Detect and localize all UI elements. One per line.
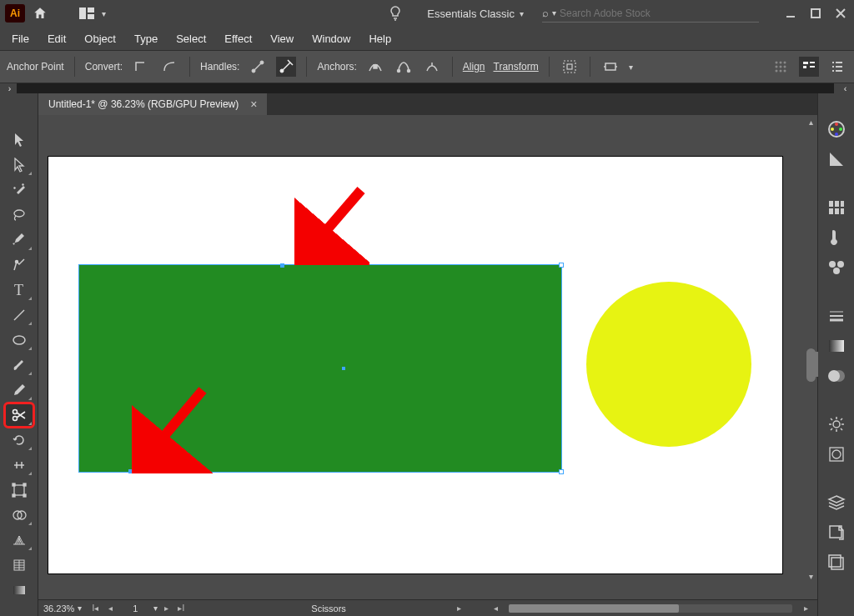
gradient-panel-icon[interactable] [824,335,849,357]
app-badge[interactable]: Ai [5,4,25,23]
list-icon[interactable] [827,57,847,77]
last-artboard-icon[interactable]: ▸I [174,603,188,614]
align-to-icon[interactable] [600,57,620,77]
play-icon[interactable]: ▸ [453,603,466,614]
menu-edit[interactable]: Edit [48,33,66,45]
transform-link[interactable]: Transform [494,61,539,73]
home-icon[interactable] [32,5,48,22]
gradient-tool[interactable] [5,578,33,602]
panel-resize-handle[interactable] [813,352,818,377]
next-artboard-icon[interactable]: ▸ [159,603,173,614]
scroll-up-icon[interactable]: ▴ [805,115,817,128]
menu-view[interactable]: View [270,33,294,45]
prev-artboard-icon[interactable]: ◂ [103,603,117,614]
close-icon[interactable] [832,5,849,22]
zoom-level[interactable]: 36.23% ▾ [43,603,82,613]
first-artboard-icon[interactable]: I◂ [88,603,102,614]
paintbrush-tool[interactable] [5,353,33,377]
scroll-down-icon[interactable]: ▾ [805,569,817,583]
chevron-down-icon[interactable]: ▾ [78,603,82,613]
lightbulb-icon[interactable] [387,5,404,22]
appearance-panel-icon[interactable] [824,413,849,435]
menu-type[interactable]: Type [134,33,158,45]
transparency-panel-icon[interactable] [824,365,849,387]
pencil-tool[interactable] [5,378,33,402]
horizontal-scrollbar[interactable] [509,604,792,613]
lasso-tool[interactable] [5,203,33,227]
line-tool[interactable] [5,303,33,327]
artboard-number[interactable]: 1 [118,603,152,613]
selection-handle[interactable] [559,263,564,268]
handles-show-icon[interactable] [248,57,268,77]
free-transform-tool[interactable] [5,478,33,502]
menu-object[interactable]: Object [84,33,116,45]
color-panel-icon[interactable] [824,118,849,140]
scroll-thumb[interactable] [509,604,679,613]
properties-panel-icon[interactable] [799,57,819,77]
mesh-tool[interactable] [5,553,33,577]
type-tool[interactable]: T [5,278,33,302]
canvas[interactable]: ▴ ▾ [38,115,817,599]
scissors-tool[interactable] [5,403,33,427]
convert-smooth-icon[interactable] [159,57,179,77]
remove-anchor-icon[interactable] [365,57,385,77]
selection-tool[interactable] [5,128,33,152]
chevron-down-icon: ▾ [520,9,524,18]
menu-help[interactable]: Help [369,33,391,45]
shape-builder-tool[interactable] [5,503,33,527]
grid-dots-icon[interactable] [771,57,791,77]
isolate-icon[interactable] [560,57,580,77]
chevron-down-icon[interactable]: ▾ [552,8,556,18]
graphic-styles-panel-icon[interactable] [824,443,849,465]
connect-anchor-icon[interactable] [394,57,414,77]
svg-point-15 [780,62,782,64]
chevron-down-icon[interactable]: ▾ [102,9,106,18]
handles-hide-icon[interactable] [276,57,296,77]
direct-selection-tool[interactable] [5,153,33,177]
stroke-panel-icon[interactable] [824,305,849,327]
arrange-docs-icon[interactable] [78,5,95,22]
align-link[interactable]: Align [463,61,485,73]
chevron-down-icon[interactable]: ▾ [629,63,633,72]
magic-wand-tool[interactable] [5,178,33,202]
swatches-panel-icon[interactable] [824,197,849,218]
color-guide-panel-icon[interactable] [824,148,849,170]
rotate-tool[interactable] [5,428,33,452]
svg-rect-48 [829,201,833,207]
menu-select[interactable]: Select [176,33,206,45]
yellow-circle-shape[interactable] [586,282,751,447]
asset-export-panel-icon[interactable] [824,522,849,543]
symbols-panel-icon[interactable] [824,257,849,278]
svg-rect-33 [13,494,15,497]
search-box[interactable]: ⌕ ▾ [542,4,759,23]
hscroll-right-icon[interactable]: ▸ [799,603,812,614]
document-tab[interactable]: Untitled-1* @ 36.23% (RGB/GPU Preview) × [38,93,267,115]
menu-window[interactable]: Window [312,33,350,45]
title-bar: Ai ▾ Essentials Classic ▾ ⌕ ▾ [0,0,854,27]
chevron-down-icon[interactable]: ▾ [153,603,158,613]
workspace-switcher[interactable]: Essentials Classic ▾ [427,8,524,20]
layers-panel-icon[interactable] [824,492,849,513]
pen-tool[interactable] [5,228,33,252]
menu-effect[interactable]: Effect [224,33,252,45]
maximize-icon[interactable] [807,5,824,22]
menu-file[interactable]: File [12,33,29,45]
anchor-point[interactable] [280,263,284,268]
convert-corner-icon[interactable] [131,57,151,77]
hscroll-left-icon[interactable]: ◂ [489,603,502,614]
vertical-scrollbar[interactable]: ▴ ▾ [805,115,817,583]
expand-right-notch[interactable]: ‹‹ [834,83,854,93]
width-tool[interactable] [5,453,33,477]
curvature-tool[interactable] [5,253,33,277]
expand-left-notch[interactable]: ›› [0,83,17,93]
brushes-panel-icon[interactable] [824,227,849,248]
artboards-panel-icon[interactable] [824,552,849,573]
close-tab-icon[interactable]: × [250,98,257,111]
search-input[interactable] [560,8,759,19]
minimize-icon[interactable] [782,5,799,22]
ellipse-tool[interactable] [5,328,33,352]
cut-path-icon[interactable] [422,57,442,77]
artboard[interactable] [48,157,782,573]
perspective-grid-tool[interactable] [5,528,33,552]
selection-handle[interactable] [559,469,564,474]
